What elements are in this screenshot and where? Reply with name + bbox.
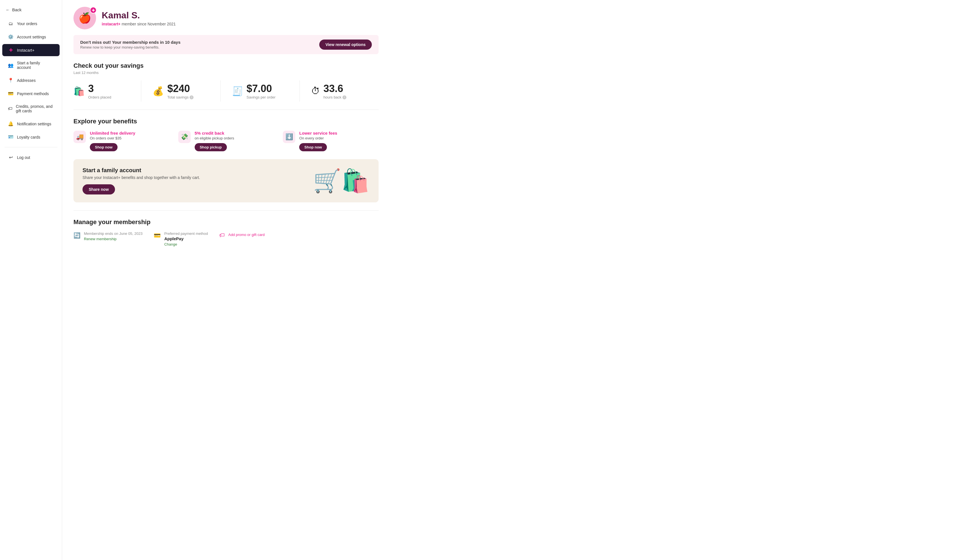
sidebar-item-addresses[interactable]: 📍 Addresses	[2, 74, 60, 86]
savings-per-order-icon: 🧾	[232, 86, 243, 97]
hours-value: 33.6	[324, 83, 347, 94]
family-desc: Share your Instacart+ benefits and shop …	[83, 175, 200, 180]
sidebar-item-payment-methods[interactable]: 💳 Payment methods	[2, 88, 60, 100]
payment-method-icon: 💳	[154, 232, 161, 239]
benefit-free-delivery: 🚚 Unlimited free delivery On orders over…	[73, 131, 169, 151]
card-icon: 🪪	[8, 134, 13, 140]
view-renewal-button[interactable]: View renewal options	[319, 39, 372, 50]
sidebar-item-notification-settings[interactable]: 🔔 Notification settings	[2, 118, 60, 130]
benefits-title: Explore your benefits	[73, 118, 379, 125]
sidebar-item-loyalty-cards[interactable]: 🪪 Loyalty cards	[2, 131, 60, 143]
sidebar-item-credits-promos[interactable]: 🏷 Credits, promos, and gift cards	[2, 101, 60, 117]
sidebar-item-label: Instacart+	[17, 48, 34, 52]
sidebar-item-start-family[interactable]: 👥 Start a family account	[2, 57, 60, 73]
logout-icon: ↩	[8, 155, 13, 160]
sidebar-item-label: Your orders	[17, 21, 37, 26]
sidebar-item-label: Payment methods	[17, 91, 49, 96]
shop-pickup-button[interactable]: Shop pickup	[195, 143, 227, 151]
renewal-subtitle: Renew now to keep your money-saving bene…	[80, 45, 181, 49]
savings-orders: 🛍️ 3 Orders placed	[73, 80, 141, 102]
hours-info-icon[interactable]: i	[342, 96, 346, 99]
family-account-banner: Start a family account Share your Instac…	[73, 159, 379, 202]
delivery-title: Unlimited free delivery	[90, 131, 135, 135]
member-since: member since November 2021	[122, 22, 176, 26]
fees-icon: ⬇️	[285, 133, 293, 141]
fees-title: Lower service fees	[299, 131, 337, 135]
credit-title: 5% credit back	[195, 131, 234, 135]
membership-ends-label: Membership ends on June 05, 2023	[84, 231, 142, 236]
renewal-icon: 🔄	[73, 232, 80, 239]
orders-icon: 🗂	[8, 21, 13, 26]
add-promo-link[interactable]: Add promo or gift card	[228, 232, 265, 237]
orders-label: Orders placed	[88, 95, 111, 99]
main-content: 🍎 ✚ Kamal S. instacart+ member since Nov…	[62, 0, 964, 560]
sidebar-item-label: Addresses	[17, 78, 36, 83]
credit-desc: on eligible pickup orders	[195, 136, 234, 140]
savings-per-order-value: $7.00	[247, 83, 276, 94]
sidebar: ← Back 🗂 Your orders ⚙️ Account settings…	[0, 0, 62, 560]
family-icon: 👥	[8, 63, 13, 68]
profile-member: instacart+ member since November 2021	[102, 22, 176, 26]
change-payment-link[interactable]: Change	[164, 242, 208, 247]
orders-value: 3	[88, 83, 111, 94]
delivery-desc: On orders over $35	[90, 136, 135, 140]
hours-icon: ⏱	[311, 86, 320, 96]
renewal-banner: Don't miss out! Your membership ends in …	[73, 35, 379, 54]
benefit-credit-back: 💸 5% credit back on eligible pickup orde…	[178, 131, 274, 151]
location-icon: 📍	[8, 78, 13, 83]
promo-icon: 🏷	[219, 232, 225, 239]
payment-value: ApplePay	[164, 236, 208, 241]
shop-now-button-fees[interactable]: Shop now	[299, 143, 327, 151]
instacart-plus-label: instacart+	[102, 22, 120, 26]
renewal-title: Don't miss out! Your membership ends in …	[80, 40, 181, 45]
savings-title: Check out your savings	[73, 62, 379, 70]
sidebar-item-label: Notification settings	[17, 122, 51, 126]
back-button[interactable]: ← Back	[0, 5, 62, 15]
total-savings-icon: 💰	[153, 86, 164, 97]
manage-membership-section: Manage your membership 🔄 Membership ends…	[73, 219, 379, 247]
savings-section: Check out your savings Last 12 months 🛍️…	[73, 62, 379, 102]
logout-label: Log out	[17, 155, 30, 160]
savings-grid: 🛍️ 3 Orders placed 💰 $240 Total savings	[73, 80, 379, 102]
profile-header: 🍎 ✚ Kamal S. instacart+ member since Nov…	[73, 7, 379, 29]
total-savings-value: $240	[167, 83, 194, 94]
payment-icon: 💳	[8, 91, 13, 96]
back-label: Back	[12, 7, 21, 12]
sidebar-item-label: Loyalty cards	[17, 135, 40, 140]
divider-2	[73, 210, 379, 211]
profile-info: Kamal S. instacart+ member since Novembe…	[102, 10, 176, 26]
savings-total: 💰 $240 Total savings i	[141, 80, 220, 102]
renewal-banner-text: Don't miss out! Your membership ends in …	[80, 40, 181, 49]
avatar-badge: ✚	[90, 7, 97, 13]
manage-grid: 🔄 Membership ends on June 05, 2023 Renew…	[73, 231, 379, 247]
shop-now-button-delivery[interactable]: Shop now	[90, 143, 117, 151]
savings-per-order: 🧾 $7.00 Savings per order	[220, 80, 300, 102]
manage-title: Manage your membership	[73, 219, 379, 226]
tag-icon: 🏷	[8, 106, 12, 111]
profile-name: Kamal S.	[102, 10, 176, 21]
benefits-grid: 🚚 Unlimited free delivery On orders over…	[73, 131, 379, 151]
sidebar-item-label: Account settings	[17, 35, 46, 39]
benefits-section: Explore your benefits 🚚 Unlimited free d…	[73, 118, 379, 151]
sidebar-item-account-settings[interactable]: ⚙️ Account settings	[2, 31, 60, 43]
instacart-plus-icon: ✚	[8, 47, 13, 53]
savings-hours: ⏱ 33.6 hours back i	[300, 80, 379, 102]
share-now-button[interactable]: Share now	[83, 184, 115, 195]
credit-icon: 💸	[181, 133, 188, 141]
sidebar-item-your-orders[interactable]: 🗂 Your orders	[2, 18, 60, 30]
orders-placed-icon: 🛍️	[73, 86, 85, 97]
total-savings-label: Total savings i	[167, 95, 194, 99]
savings-subtitle: Last 12 months	[73, 71, 379, 75]
family-title: Start a family account	[83, 167, 200, 174]
back-arrow-icon: ←	[6, 7, 10, 12]
manage-promo: 🏷 Add promo or gift card	[219, 231, 265, 239]
delivery-icon: 🚚	[76, 133, 84, 141]
family-illustration: 🛒🛍️	[313, 168, 370, 194]
total-savings-info-icon[interactable]: i	[190, 96, 194, 99]
settings-icon: ⚙️	[8, 34, 13, 39]
logout-button[interactable]: ↩ Log out	[2, 151, 60, 164]
benefit-lower-fees: ⬇️ Lower service fees On every order Sho…	[283, 131, 379, 151]
sidebar-item-instacart-plus[interactable]: ✚ Instacart+	[2, 44, 60, 56]
fees-desc: On every order	[299, 136, 337, 140]
renew-membership-link[interactable]: Renew membership	[84, 237, 142, 241]
